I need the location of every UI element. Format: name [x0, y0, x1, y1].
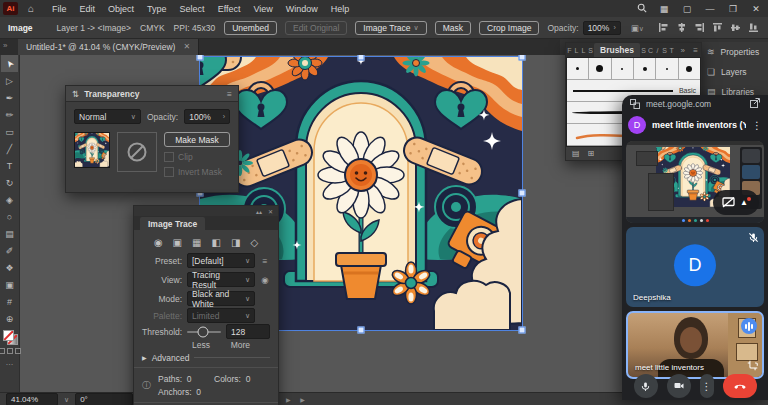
rectangle-tool[interactable]: ▭	[1, 123, 18, 140]
new-brush-icon[interactable]: ⊞	[588, 149, 595, 158]
view-eye-icon[interactable]: ◉	[260, 275, 270, 285]
brush-item[interactable]	[612, 58, 634, 79]
dock-layers[interactable]: ❏ Layers	[701, 62, 768, 82]
shaper-tool[interactable]: ○	[1, 208, 18, 225]
drawing-modes[interactable]	[0, 348, 21, 354]
unembed-button[interactable]: Unembed	[224, 21, 277, 35]
collapse-panel-icon[interactable]: ▴▴	[256, 208, 262, 215]
preset-black-white-icon[interactable]: ◨	[231, 237, 240, 248]
brush-item[interactable]	[634, 58, 656, 79]
home-icon[interactable]: ⌂	[28, 3, 34, 14]
align-top-icon[interactable]	[712, 22, 723, 33]
brush-item[interactable]	[589, 58, 611, 79]
object-thumbnail[interactable]	[74, 132, 110, 168]
align-vcenter-icon[interactable]	[730, 22, 741, 33]
view-select[interactable]: Tracing Result ∨	[187, 272, 255, 287]
type-tool[interactable]: T	[1, 157, 18, 174]
zoom-tool[interactable]: ⊕	[1, 310, 18, 327]
preset-high-color-icon[interactable]: ▣	[173, 237, 182, 248]
mask-thumbnail-empty[interactable]	[117, 132, 157, 172]
selection-handle[interactable]	[519, 190, 526, 197]
end-call-button[interactable]	[723, 374, 757, 398]
menu-help[interactable]: Help	[331, 4, 350, 14]
dock-properties[interactable]: ≋ Properties	[701, 42, 768, 62]
rotate-tool[interactable]: ↻	[1, 174, 18, 191]
line-tool[interactable]: ╱	[1, 140, 18, 157]
align-bottom-icon[interactable]	[748, 22, 759, 33]
align-right-icon[interactable]	[694, 22, 705, 33]
pen-tool[interactable]: ✒	[1, 89, 18, 106]
threshold-slider[interactable]	[187, 331, 221, 333]
menu-window[interactable]: Window	[286, 4, 318, 14]
more-options-button[interactable]: ⋮	[700, 374, 714, 398]
rotation-field[interactable]: 0°	[75, 393, 133, 405]
brush-item[interactable]	[567, 58, 589, 79]
menu-type[interactable]: Type	[147, 4, 167, 14]
crop-image-button[interactable]: Crop Image	[479, 21, 539, 35]
mask-button[interactable]: Mask	[435, 21, 471, 35]
menu-effect[interactable]: Effect	[218, 4, 241, 14]
preset-outline-icon[interactable]: ◇	[250, 237, 258, 248]
threshold-value-field[interactable]: 128	[226, 324, 270, 339]
collapsed-tab[interactable]: S	[640, 47, 647, 54]
collapsed-tab[interactable]: S	[587, 47, 594, 54]
menu-file[interactable]: File	[52, 4, 67, 14]
collapsed-tab[interactable]: L	[580, 47, 587, 54]
style-dropdown-icon[interactable]: ▣∨	[631, 23, 644, 33]
mode-select[interactable]: Black and White ∨	[187, 291, 255, 306]
close-panel-icon[interactable]: ✕	[268, 208, 273, 215]
advanced-toggle[interactable]: ▶ Advanced	[134, 350, 278, 365]
symbol-sprayer-tool[interactable]: ❖	[1, 259, 18, 276]
panel-toggle-icon[interactable]: ⇅	[72, 89, 79, 99]
menu-object[interactable]: Object	[108, 4, 134, 14]
collapsed-tab[interactable]: C	[647, 47, 654, 54]
transparency-title[interactable]: Transparency	[84, 89, 139, 99]
fill-stroke-swatches[interactable]	[3, 330, 17, 344]
collapsed-tab[interactable]: L	[573, 47, 580, 54]
pencil-tool[interactable]: ✏	[1, 106, 18, 123]
menu-edit[interactable]: Edit	[80, 4, 96, 14]
mic-button[interactable]	[634, 374, 658, 398]
panel-overflow-icon[interactable]: »	[677, 46, 687, 55]
preset-select[interactable]: [Default] ∨	[187, 253, 255, 268]
workspace-switcher-icon[interactable]: ▦	[658, 4, 670, 14]
collapsed-tab[interactable]: F	[566, 47, 573, 54]
panel-menu-icon[interactable]: ≡	[227, 89, 232, 99]
brush-item[interactable]	[656, 58, 678, 79]
fill-swatch[interactable]	[3, 330, 14, 341]
align-left-icon[interactable]	[658, 22, 669, 33]
selection-handle[interactable]	[358, 327, 365, 334]
collapsed-tab[interactable]: /	[654, 47, 661, 54]
collapsed-tab[interactable]: S	[661, 47, 668, 54]
participant-tile-deepshika[interactable]: D Deepshika	[626, 227, 764, 307]
make-mask-button[interactable]: Make Mask	[164, 132, 230, 147]
align-hcenter-icon[interactable]	[676, 22, 687, 33]
illustrator-logo-icon[interactable]: Ai	[3, 2, 18, 15]
close-button[interactable]: ✕	[750, 4, 762, 14]
selection-tool[interactable]: ➤	[1, 55, 18, 72]
artboard-tool[interactable]: ▣	[1, 276, 18, 293]
brush-libraries-icon[interactable]: ▤	[572, 149, 580, 158]
mesh-tool[interactable]: ▤	[1, 225, 18, 242]
artboard-nav-next[interactable]: ▶ ▶	[286, 396, 309, 403]
restore-button[interactable]: ❐	[727, 4, 739, 14]
panel-menu-icon[interactable]: ≡	[690, 46, 701, 55]
opacity-field[interactable]: 100% ›	[583, 21, 621, 35]
collapsed-tab[interactable]: T	[668, 47, 675, 54]
eyedropper-tool[interactable]: ✐	[1, 242, 18, 259]
slice-tool[interactable]: #	[1, 293, 18, 310]
minimize-button[interactable]: —	[704, 4, 716, 14]
brush-item[interactable]	[679, 58, 700, 79]
preset-grayscale-icon[interactable]: ◧	[212, 237, 221, 248]
eraser-tool[interactable]: ◈	[1, 191, 18, 208]
menu-select[interactable]: Select	[180, 4, 205, 14]
menu-view[interactable]: View	[253, 4, 272, 14]
presentation-status-pill[interactable]: ▲	[713, 190, 759, 215]
search-icon[interactable]	[637, 3, 647, 15]
close-tab-icon[interactable]: ✕	[183, 42, 190, 51]
image-trace-tab[interactable]: Image Trace	[140, 217, 205, 230]
blend-mode-select[interactable]: Normal ∨	[74, 109, 141, 124]
preset-low-color-icon[interactable]: ▦	[192, 237, 201, 248]
camera-button[interactable]	[667, 374, 691, 398]
participant-tile-webcam[interactable]: meet little inventors	[626, 311, 764, 379]
